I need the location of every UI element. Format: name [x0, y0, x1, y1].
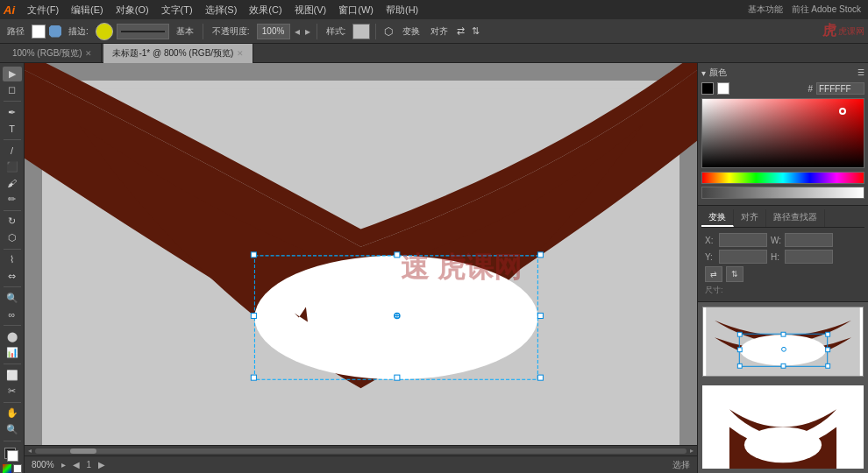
status-bar: 800% ▸ ◀ 1 ▶ 选择: [25, 455, 697, 473]
menu-view[interactable]: 视图(V): [289, 2, 332, 18]
menu-edit[interactable]: 编辑(E): [66, 2, 109, 18]
flip-v-btn[interactable]: ⇅: [726, 266, 743, 282]
tool-sep-3: [4, 210, 21, 211]
width-tool[interactable]: ⇔: [3, 269, 22, 284]
page-nav-prev[interactable]: ◀: [73, 460, 80, 469]
blend-tool[interactable]: ∞: [3, 307, 22, 322]
main-area: ▶ ◻ ✒ T / ⬛ 🖌 ✏ ↻ ⬡ ⌇ ⇔ 🔍 ∞ ⬤ 📊 ⬜ ✂ ✋ 🔍: [0, 63, 868, 473]
page-nav-next[interactable]: ▶: [98, 460, 105, 469]
sep3: [375, 24, 376, 39]
hex-label: #: [808, 84, 813, 94]
brand-text: 虎课网: [838, 25, 864, 38]
sep2: [317, 24, 317, 39]
svg-rect-4: [395, 252, 400, 258]
x-input[interactable]: [719, 233, 767, 247]
color-panel: ▾ 颜色 ☰ #: [698, 63, 868, 206]
w-input[interactable]: [785, 233, 833, 247]
tab-800pct-close[interactable]: ✕: [237, 49, 244, 58]
pencil-tool[interactable]: ✏: [3, 192, 22, 207]
select-tool[interactable]: ▶: [3, 67, 22, 81]
style-box[interactable]: [352, 24, 370, 39]
distribute-icon[interactable]: ⇅: [470, 25, 481, 37]
menu-select[interactable]: 选择(S): [200, 2, 243, 18]
opacity-input[interactable]: 100%: [257, 24, 290, 39]
type-tool[interactable]: T: [3, 121, 22, 136]
paintbrush-tool[interactable]: 🖌: [3, 176, 22, 191]
tool-sep-2: [4, 139, 21, 140]
zoom-tool[interactable]: 🔍: [3, 422, 22, 437]
stroke-color-circle[interactable]: [96, 23, 113, 40]
scale-tool[interactable]: ⬡: [3, 230, 22, 245]
alpha-slider[interactable]: [701, 187, 864, 199]
tab-800pct[interactable]: 未标题-1* @ 800% (RGB/预览) ✕: [103, 44, 253, 63]
hue-slider[interactable]: [701, 172, 864, 184]
svg-rect-8: [537, 375, 543, 380]
menu-window[interactable]: 窗口(W): [333, 2, 379, 18]
preview-thumbnail-bottom: [702, 385, 864, 469]
menu-help[interactable]: 帮助(H): [381, 2, 423, 18]
fill-indicator[interactable]: [7, 450, 18, 462]
scroll-right-arrow[interactable]: ▸: [690, 447, 694, 455]
panel-collapse-icon[interactable]: ▾: [701, 68, 706, 78]
tab-transform[interactable]: 变换: [701, 209, 734, 227]
panel-menu-icon[interactable]: ☰: [857, 68, 864, 77]
h-input[interactable]: [785, 250, 833, 264]
color-mode-btn[interactable]: [3, 464, 11, 473]
tab-100pct[interactable]: 100% (RGB/预览) ✕: [4, 44, 102, 63]
rect-tool[interactable]: ⬛: [3, 159, 22, 174]
adobe-stock-link[interactable]: 前往 Adobe Stock: [788, 4, 864, 16]
pen-tool[interactable]: ✒: [3, 105, 22, 120]
h-label: H:: [771, 252, 781, 262]
svg-point-15: [740, 335, 826, 365]
white-swatch[interactable]: [717, 82, 729, 95]
tab-100pct-close[interactable]: ✕: [85, 49, 92, 58]
artboard-tool[interactable]: ⬜: [3, 368, 22, 383]
stroke-weight-box[interactable]: [117, 24, 169, 39]
sep1: [203, 24, 203, 39]
scroll-left-arrow[interactable]: ◂: [28, 447, 32, 455]
no-fill-btn[interactable]: [13, 464, 22, 473]
x-row: X: W:: [705, 233, 861, 247]
eyedropper-tool[interactable]: 🔍: [3, 291, 22, 306]
y-input[interactable]: [719, 250, 767, 264]
direct-select-tool[interactable]: ◻: [3, 83, 22, 98]
transform-icon[interactable]: ⇄: [455, 25, 466, 37]
opacity-arrow-right[interactable]: ▸: [304, 25, 311, 38]
black-swatch[interactable]: [701, 82, 714, 95]
symbol-tool[interactable]: ⬤: [3, 329, 22, 344]
y-row: Y: H:: [705, 250, 861, 264]
menu-effect[interactable]: 效果(C): [244, 2, 287, 18]
flip-h-btn[interactable]: ⇄: [705, 266, 722, 282]
tab-align[interactable]: 对齐: [734, 209, 766, 227]
mode-label: 选择: [672, 459, 690, 471]
h-scrollbar[interactable]: ◂ ▸: [25, 445, 697, 455]
warp-tool[interactable]: ⌇: [3, 252, 22, 267]
rotate-tool[interactable]: ↻: [3, 215, 22, 229]
color-mode-buttons: [3, 464, 22, 473]
menu-file[interactable]: 文件(F): [22, 2, 64, 18]
menu-object[interactable]: 对象(O): [110, 2, 154, 18]
hand-tool[interactable]: ✋: [3, 406, 22, 421]
color-picker-box[interactable]: [701, 98, 864, 168]
tool-sep-7: [4, 364, 21, 364]
preview-thumbnail-top: [702, 307, 864, 377]
preview-svg-bottom: [702, 385, 864, 469]
slice-tool[interactable]: ✂: [3, 384, 22, 399]
fill-stroke-indicator: [3, 446, 22, 461]
tab-pathfinder[interactable]: 路径查找器: [766, 209, 825, 227]
graph-tool[interactable]: 📊: [3, 345, 22, 360]
fill-color-swatch[interactable]: [32, 25, 46, 39]
hex-color-input[interactable]: [816, 82, 864, 95]
pen-tool-icon[interactable]: [49, 25, 61, 38]
scroll-thumb[interactable]: [70, 448, 96, 454]
menu-type[interactable]: 文字(T): [156, 2, 198, 18]
right-panel: ▾ 颜色 ☰ #: [697, 63, 868, 473]
opacity-arrow-left[interactable]: ◂: [294, 25, 301, 38]
stroke-line-icon: [121, 31, 165, 32]
zoom-level[interactable]: 800%: [32, 460, 54, 469]
canvas-area[interactable]: 速 虎课网 800% ▸ ◀ 1 ▶ 选择 ◂ ▸: [25, 63, 697, 473]
line-tool[interactable]: /: [3, 144, 22, 159]
transform-content: X: W: Y: H: ⇄ ⇅: [701, 231, 864, 298]
recolor-icon[interactable]: ⬡: [381, 25, 395, 38]
x-label: X:: [705, 236, 715, 245]
